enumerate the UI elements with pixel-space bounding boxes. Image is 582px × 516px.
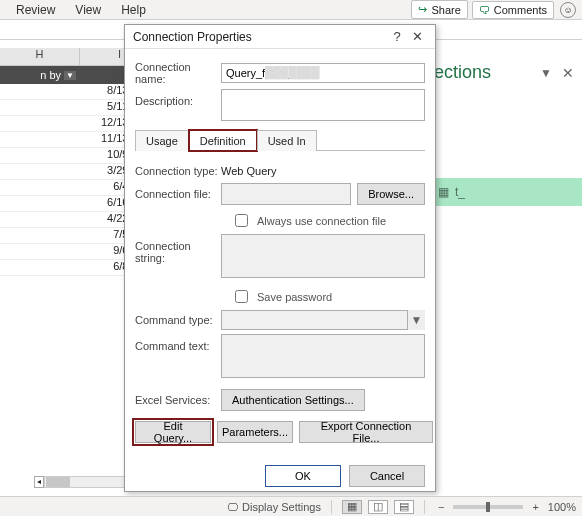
save-password-label: Save password bbox=[257, 291, 332, 303]
connection-file-input bbox=[221, 183, 351, 205]
command-type-select[interactable] bbox=[221, 310, 425, 330]
description-label: Description: bbox=[135, 89, 221, 107]
task-pane-title: ections bbox=[434, 62, 491, 83]
dialog-footer: OK Cancel bbox=[125, 461, 435, 491]
col-header-h[interactable]: H bbox=[0, 48, 80, 65]
monitor-icon: 🖵 bbox=[227, 501, 238, 513]
connection-properties-dialog: Connection Properties ? ✕ Connection nam… bbox=[124, 24, 436, 492]
zoom-percent[interactable]: 100% bbox=[548, 501, 576, 513]
command-text-label: Command text: bbox=[135, 334, 221, 352]
ribbon-tabs: Review View Help ↪ Share 🗨 Comments ☺ bbox=[0, 0, 582, 20]
parameters-button[interactable]: Parameters... bbox=[217, 421, 293, 443]
comments-button[interactable]: 🗨 Comments bbox=[472, 1, 554, 19]
table-icon: ▦ bbox=[438, 185, 449, 199]
connection-file-label: Connection file: bbox=[135, 188, 221, 200]
connection-item-label: t_ bbox=[455, 185, 465, 199]
scroll-thumb[interactable] bbox=[46, 477, 70, 487]
connection-name-input[interactable] bbox=[221, 63, 425, 83]
view-normal-icon[interactable]: ▦ bbox=[342, 500, 362, 514]
status-bar: 🖵 Display Settings ▦ ◫ ▤ − + 100% bbox=[0, 496, 582, 516]
comments-label: Comments bbox=[494, 4, 547, 16]
authentication-settings-button[interactable]: Authentication Settings... bbox=[221, 389, 365, 411]
command-type-label: Command type: bbox=[135, 314, 221, 326]
dialog-tabs: Usage Definition Used In bbox=[135, 130, 425, 151]
zoom-in-button[interactable]: + bbox=[529, 501, 541, 513]
share-label: Share bbox=[431, 4, 460, 16]
view-page-break-icon[interactable]: ▤ bbox=[394, 500, 414, 514]
connection-string-input bbox=[221, 234, 425, 278]
table-header-cell[interactable]: n by ▼ bbox=[0, 66, 80, 84]
dialog-titlebar: Connection Properties ? ✕ bbox=[125, 25, 435, 49]
chevron-down-icon[interactable]: ▼ bbox=[407, 310, 425, 330]
description-input[interactable] bbox=[221, 89, 425, 121]
comment-icon: 🗨 bbox=[479, 4, 490, 16]
always-use-connection-file-checkbox[interactable] bbox=[235, 214, 248, 227]
selected-connection-item[interactable]: ▦ t_ bbox=[432, 178, 582, 206]
ribbon-tab-view[interactable]: View bbox=[65, 3, 111, 17]
edit-query-button[interactable]: Edit Query... bbox=[135, 421, 211, 443]
dialog-close-icon[interactable]: ✕ bbox=[407, 29, 427, 44]
ok-button[interactable]: OK bbox=[265, 465, 341, 487]
filter-dropdown-icon[interactable]: ▼ bbox=[64, 71, 76, 80]
ribbon-tab-help[interactable]: Help bbox=[111, 3, 156, 17]
share-icon: ↪ bbox=[418, 3, 427, 16]
ribbon-tab-review[interactable]: Review bbox=[6, 3, 65, 17]
cancel-button[interactable]: Cancel bbox=[349, 465, 425, 487]
always-use-connection-file-label: Always use connection file bbox=[257, 215, 386, 227]
task-pane-close-icon[interactable]: ✕ bbox=[562, 65, 574, 81]
scroll-left-arrow[interactable]: ◂ bbox=[34, 476, 44, 488]
connection-type-value: Web Query bbox=[221, 163, 425, 179]
dialog-help-icon[interactable]: ? bbox=[387, 29, 407, 44]
excel-services-label: Excel Services: bbox=[135, 394, 221, 406]
feedback-smiley-icon[interactable]: ☺ bbox=[560, 2, 576, 18]
task-pane-menu-dropdown[interactable]: ▼ bbox=[540, 66, 552, 80]
tab-usage[interactable]: Usage bbox=[135, 130, 189, 151]
share-button[interactable]: ↪ Share bbox=[411, 0, 467, 19]
save-password-checkbox[interactable] bbox=[235, 290, 248, 303]
display-settings-label: Display Settings bbox=[242, 501, 321, 513]
export-connection-file-button[interactable]: Export Connection File... bbox=[299, 421, 433, 443]
view-page-layout-icon[interactable]: ◫ bbox=[368, 500, 388, 514]
tab-definition[interactable]: Definition bbox=[189, 130, 257, 151]
connection-type-label: Connection type: bbox=[135, 165, 221, 177]
dialog-title: Connection Properties bbox=[133, 30, 387, 44]
browse-button[interactable]: Browse... bbox=[357, 183, 425, 205]
command-text-input bbox=[221, 334, 425, 378]
connection-string-label: Connection string: bbox=[135, 234, 221, 264]
connection-name-label: Connection name: bbox=[135, 61, 221, 85]
zoom-slider-knob[interactable] bbox=[486, 502, 490, 512]
connections-task-pane: ections ▼ ✕ ▦ t_ bbox=[432, 48, 582, 496]
zoom-slider[interactable] bbox=[453, 505, 523, 509]
tab-used-in[interactable]: Used In bbox=[257, 130, 317, 151]
display-settings-button[interactable]: 🖵 Display Settings bbox=[227, 501, 321, 513]
zoom-out-button[interactable]: − bbox=[435, 501, 447, 513]
